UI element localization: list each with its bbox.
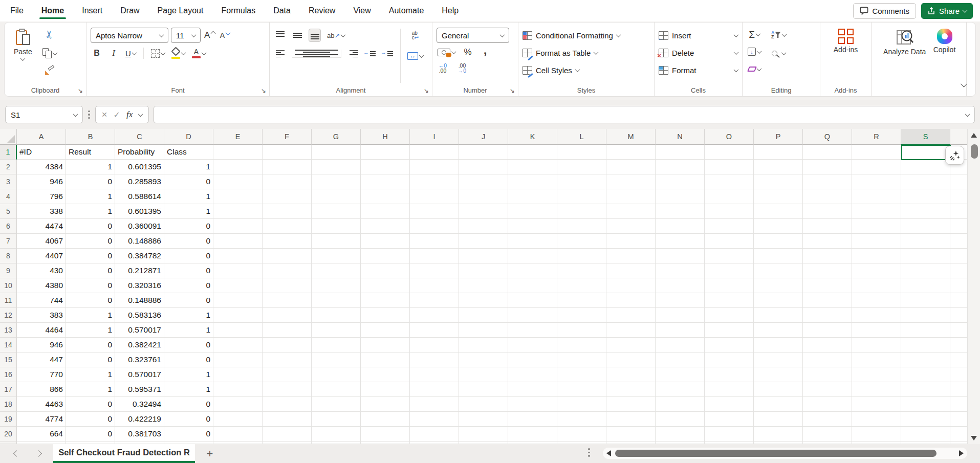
cell-G9[interactable] — [312, 263, 361, 278]
cell-P6[interactable] — [754, 219, 803, 234]
tab-data[interactable]: Data — [272, 2, 292, 20]
cell-F13[interactable] — [263, 323, 312, 338]
cell-R5[interactable] — [852, 204, 901, 219]
formula-bar-drag-handle[interactable] — [88, 111, 91, 119]
cell-S16[interactable] — [901, 367, 950, 382]
cell-J10[interactable] — [459, 278, 508, 293]
cell-F18[interactable] — [263, 397, 312, 412]
fx-chevron-icon[interactable] — [138, 112, 143, 117]
cell-K13[interactable] — [508, 323, 557, 338]
cell-G6[interactable] — [312, 219, 361, 234]
cell-K8[interactable] — [508, 249, 557, 263]
cell-O15[interactable] — [705, 352, 754, 367]
tab-page-layout[interactable]: Page Layout — [157, 2, 205, 20]
cell-C20[interactable]: 0.381703 — [115, 427, 164, 442]
cell-A1[interactable]: #ID — [17, 145, 66, 160]
decrease-font-button[interactable]: A — [219, 29, 231, 42]
column-header-B[interactable]: B — [66, 129, 115, 145]
cell-L8[interactable] — [557, 249, 606, 263]
cell-L10[interactable] — [557, 278, 606, 293]
cell-B2[interactable]: 1 — [66, 160, 115, 174]
cell-G15[interactable] — [312, 352, 361, 367]
row-header-9[interactable]: 9 — [0, 263, 17, 278]
cell-J9[interactable] — [459, 263, 508, 278]
row-header-5[interactable]: 5 — [0, 204, 17, 219]
cell-E19[interactable] — [213, 412, 263, 427]
cell-E13[interactable] — [213, 323, 263, 338]
cell-R12[interactable] — [852, 308, 901, 323]
cell-S6[interactable] — [901, 219, 950, 234]
tab-file[interactable]: File — [9, 2, 25, 20]
next-sheet-button[interactable] — [35, 450, 42, 457]
row-header-2[interactable]: 2 — [0, 160, 17, 174]
cell-P7[interactable] — [754, 234, 803, 249]
cell-R14[interactable] — [852, 338, 901, 352]
autofill-suggestion-button[interactable] — [945, 146, 964, 165]
cell-G3[interactable] — [312, 174, 361, 189]
cell-H17[interactable] — [361, 382, 410, 397]
cell-E11[interactable] — [213, 293, 263, 308]
cell-F7[interactable] — [263, 234, 312, 249]
cell-D12[interactable]: 1 — [164, 308, 213, 323]
cell-R15[interactable] — [852, 352, 901, 367]
cell-R7[interactable] — [852, 234, 901, 249]
cancel-button[interactable]: × — [102, 109, 107, 120]
cell-N1[interactable] — [656, 145, 705, 160]
cell-D17[interactable]: 1 — [164, 382, 213, 397]
cell-A7[interactable]: 4067 — [17, 234, 66, 249]
find-select-button[interactable] — [770, 47, 787, 60]
tab-draw[interactable]: Draw — [119, 2, 140, 20]
cell-E8[interactable] — [213, 249, 263, 263]
cell-S12[interactable] — [901, 308, 950, 323]
row-header-14[interactable]: 14 — [0, 338, 17, 352]
cell-A4[interactable]: 796 — [17, 189, 66, 204]
cell-S10[interactable] — [901, 278, 950, 293]
cell-D13[interactable]: 1 — [164, 323, 213, 338]
cell-K20[interactable] — [508, 427, 557, 442]
cell-G11[interactable] — [312, 293, 361, 308]
cell-O13[interactable] — [705, 323, 754, 338]
cell-M14[interactable] — [606, 338, 656, 352]
cell-D18[interactable]: 0 — [164, 397, 213, 412]
cell-O11[interactable] — [705, 293, 754, 308]
cell-S3[interactable] — [901, 174, 950, 189]
cell-O12[interactable] — [705, 308, 754, 323]
cell-M10[interactable] — [606, 278, 656, 293]
cell-K15[interactable] — [508, 352, 557, 367]
cell-O16[interactable] — [705, 367, 754, 382]
cut-button[interactable]: ✂ — [41, 29, 58, 42]
cell-C2[interactable]: 0.601395 — [115, 160, 164, 174]
cell-D5[interactable]: 1 — [164, 204, 213, 219]
row-header-16[interactable]: 16 — [0, 367, 17, 382]
row-header-4[interactable]: 4 — [0, 189, 17, 204]
cell-C3[interactable]: 0.285893 — [115, 174, 164, 189]
cell-K1[interactable] — [508, 145, 557, 160]
cell-I8[interactable] — [410, 249, 459, 263]
addins-button[interactable]: Add-ins — [829, 28, 863, 55]
cell-K4[interactable] — [508, 189, 557, 204]
cell-D10[interactable]: 0 — [164, 278, 213, 293]
align-top-button[interactable] — [274, 29, 286, 42]
column-header-Q[interactable]: Q — [803, 129, 852, 145]
cell-R13[interactable] — [852, 323, 901, 338]
italic-button[interactable]: I — [107, 47, 120, 60]
cell-P19[interactable] — [754, 412, 803, 427]
cell-N7[interactable] — [656, 234, 705, 249]
cell-S20[interactable] — [901, 427, 950, 442]
scroll-left-arrow[interactable] — [606, 450, 611, 456]
fill-button[interactable]: ↓ — [747, 45, 762, 58]
increase-decimal-button[interactable]: ←0.00 — [437, 61, 449, 75]
cell-Q3[interactable] — [803, 174, 852, 189]
row-header-17[interactable]: 17 — [0, 382, 17, 397]
name-box[interactable]: S1 — [5, 106, 83, 123]
cell-S2[interactable] — [901, 160, 950, 174]
cell-R9[interactable] — [852, 263, 901, 278]
expand-formula-bar-chevron-icon[interactable] — [965, 112, 970, 117]
cell-I3[interactable] — [410, 174, 459, 189]
cell-L13[interactable] — [557, 323, 606, 338]
cell-H8[interactable] — [361, 249, 410, 263]
column-header-D[interactable]: D — [164, 129, 213, 145]
cell-B20[interactable]: 0 — [66, 427, 115, 442]
cell-J16[interactable] — [459, 367, 508, 382]
cell-Q11[interactable] — [803, 293, 852, 308]
